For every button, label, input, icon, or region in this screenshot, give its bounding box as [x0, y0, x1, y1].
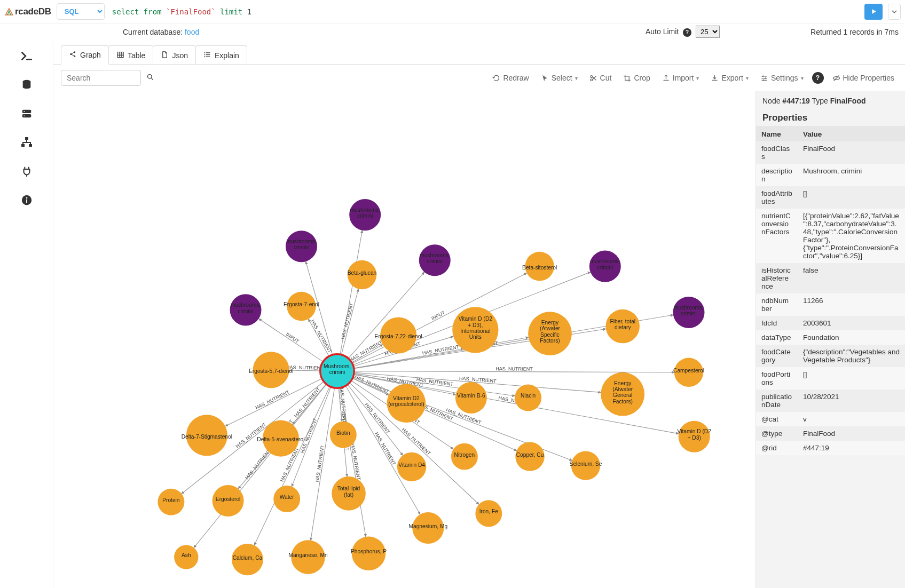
svg-text:HAS_NUTRIENT: HAS_NUTRIENT: [244, 448, 272, 480]
hide-properties-button[interactable]: Hide Properties: [829, 71, 898, 84]
graph-node[interactable]: Ash: [174, 545, 198, 569]
run-dropdown[interactable]: [888, 4, 901, 20]
graph-canvas[interactable]: INPUTHAS_NUTRIENTHAS_NUTRIENTHAS_NUTRIEN…: [53, 91, 756, 588]
property-row: @typeFinalFood: [756, 426, 905, 441]
property-row: ndbNumber11266: [756, 293, 905, 316]
database-icon[interactable]: [19, 78, 35, 91]
graph-node[interactable]: Vitamin D2(ergocalciferol): [387, 384, 426, 423]
graph-node[interactable]: mushrooms,crimini: [349, 199, 381, 231]
run-button[interactable]: [864, 4, 883, 20]
graph-node[interactable]: Vitamin D4: [397, 452, 426, 481]
graph-node[interactable]: Biotin: [330, 422, 357, 448]
share-icon: [69, 50, 77, 60]
svg-rect-14: [117, 52, 123, 57]
graph-node[interactable]: Protein: [158, 489, 184, 515]
infobar: Current database: food Auto Limit ? 25 R…: [0, 23, 905, 42]
terminal-icon[interactable]: [19, 50, 35, 62]
prop-value: []: [798, 367, 905, 390]
graph-node[interactable]: Vitamin D (D2+ D3),InternationalUnits: [452, 307, 498, 353]
graph-node[interactable]: Beta-sitosterol: [522, 252, 557, 281]
prop-name: publicationDate: [756, 390, 798, 412]
graph-node[interactable]: Phosphorus, P: [351, 536, 387, 570]
property-row: foodPortions[]: [756, 367, 905, 390]
cut-button[interactable]: Cut: [586, 71, 615, 84]
graph-node[interactable]: Iron, Fe: [475, 500, 502, 527]
help-button[interactable]: ?: [812, 72, 824, 84]
schema-icon[interactable]: [19, 136, 35, 149]
graph-node[interactable]: Energy(AtwaterGeneralFactors): [601, 372, 644, 416]
graph-node[interactable]: Water: [273, 486, 300, 512]
prop-name: @cat: [756, 412, 798, 426]
prop-value: #447:19: [798, 441, 905, 455]
properties-table: Name Value foodClassFinalFooddescription…: [756, 126, 905, 455]
server-icon[interactable]: [19, 107, 35, 120]
prop-name: fdcId: [756, 316, 798, 330]
svg-point-149: [273, 486, 300, 512]
graph-node[interactable]: Magnesium, Mg: [408, 512, 447, 544]
property-row: @catv: [756, 412, 905, 426]
graph-node[interactable]: mushrooms,crimini: [419, 244, 451, 276]
graph-node[interactable]: Ergosta-7-enol: [284, 292, 319, 321]
tab-table[interactable]: Table: [108, 45, 153, 65]
graph-node[interactable]: Ergosta-5,7-dienol: [249, 352, 293, 388]
graph-node[interactable]: Niacin: [515, 385, 541, 411]
tab-explain[interactable]: Explain: [195, 45, 247, 65]
help-icon[interactable]: ?: [683, 28, 691, 37]
svg-point-19: [590, 75, 592, 77]
search-button[interactable]: [146, 73, 154, 83]
prop-name: @type: [756, 426, 798, 441]
graph-node[interactable]: Vitamin D (D2+ D3): [678, 421, 712, 452]
query-input[interactable]: select from `FinalFood` limit 1: [110, 4, 859, 19]
graph-node[interactable]: Campesterol: [673, 358, 704, 387]
select-button[interactable]: Select: [538, 71, 581, 84]
tab-graph[interactable]: Graph: [61, 45, 109, 65]
svg-text:HAS_NUTRIENT: HAS_NUTRIENT: [235, 422, 267, 449]
property-row: fdcId2003601: [756, 316, 905, 330]
graph-node[interactable]: mushrooms,crimini: [673, 297, 704, 328]
prop-name: foodPortions: [756, 367, 798, 390]
crop-icon: [623, 74, 631, 82]
tab-json[interactable]: Json: [153, 45, 196, 65]
chevron-down-icon: [892, 9, 897, 14]
api-icon[interactable]: [19, 165, 35, 178]
graph-node[interactable]: Delta-7-Stigmastenol: [182, 415, 232, 456]
svg-point-157: [412, 512, 444, 544]
graph-node-center[interactable]: Mushroom,crimini: [320, 354, 355, 388]
svg-point-133: [263, 420, 299, 457]
svg-point-161: [291, 540, 325, 574]
redraw-button[interactable]: Redraw: [489, 71, 532, 84]
svg-point-107: [287, 292, 316, 321]
graph-node[interactable]: Manganese, Mn: [288, 540, 327, 574]
prop-value: false: [798, 263, 905, 293]
export-button[interactable]: Export: [707, 71, 751, 84]
property-row: dataTypeFoundation: [756, 330, 905, 345]
import-button[interactable]: Import: [659, 71, 703, 84]
graph-node[interactable]: Vitamin B-6: [455, 382, 487, 414]
topbar: rcadeDB SQL select from `FinalFood` limi…: [0, 0, 905, 23]
svg-text:HAS_NUTRIENT: HAS_NUTRIENT: [314, 444, 326, 482]
svg-point-3: [23, 111, 25, 112]
info-icon[interactable]: [19, 194, 35, 206]
graph-node[interactable]: Calcium, Ca: [232, 544, 263, 575]
graph-node[interactable]: mushrooms,crimini: [589, 251, 621, 282]
graph-node[interactable]: mushrooms,crimini: [230, 294, 262, 325]
svg-point-145: [397, 452, 426, 481]
auto-limit-select[interactable]: 25: [696, 26, 720, 38]
prop-name: isHistoricalReference: [756, 263, 798, 293]
selected-node-header: Node #447:19 Type FinalFood: [756, 97, 905, 109]
svg-rect-6: [21, 144, 25, 147]
prop-value: [{"proteinValue":2.62,"fatValue":8.37,"c…: [798, 209, 905, 263]
search-input[interactable]: [61, 70, 141, 86]
graph-node[interactable]: Total lipid(fat): [332, 476, 366, 511]
graph-node[interactable]: Ergosterol: [213, 485, 244, 517]
graph-node[interactable]: Energy(AtwaterSpecificFactors): [528, 312, 572, 355]
graph-node[interactable]: Nitrogen: [451, 443, 478, 470]
settings-button[interactable]: Settings: [757, 71, 807, 84]
crop-button[interactable]: Crop: [620, 71, 653, 84]
graph-node[interactable]: Selenium, Se: [570, 451, 602, 480]
graph-node[interactable]: Copper, Cu: [515, 442, 544, 471]
graph-node[interactable]: mushrooms,crimini: [286, 231, 317, 262]
graph-node[interactable]: Fiber, totaldietary: [605, 309, 640, 344]
language-select[interactable]: SQL: [57, 3, 105, 20]
graph-node[interactable]: Beta-glucan: [348, 260, 377, 289]
